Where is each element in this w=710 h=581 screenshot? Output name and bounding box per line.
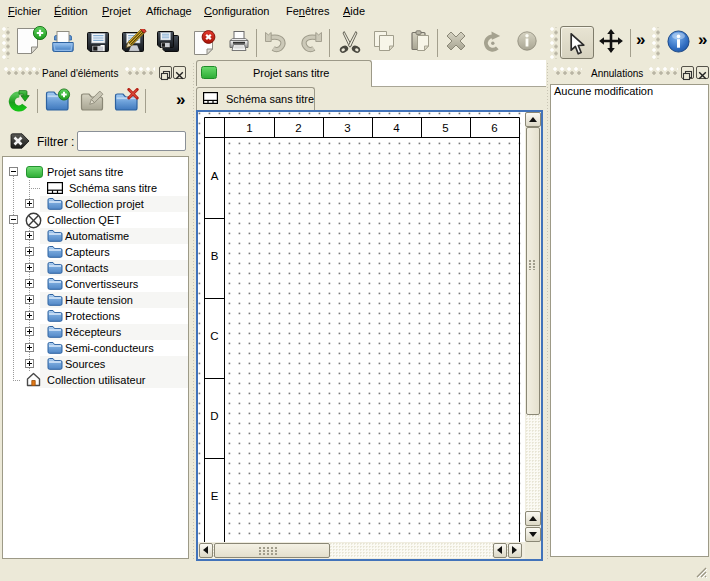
svg-text:D: D bbox=[210, 410, 218, 422]
svg-text:1: 1 bbox=[246, 122, 252, 134]
svg-text:B: B bbox=[211, 250, 219, 262]
svg-text:6: 6 bbox=[491, 122, 497, 134]
svg-text:4: 4 bbox=[393, 122, 400, 134]
svg-text:3: 3 bbox=[344, 122, 350, 134]
svg-text:5: 5 bbox=[442, 122, 448, 134]
svg-text:C: C bbox=[210, 330, 218, 342]
svg-text:2: 2 bbox=[295, 122, 301, 134]
svg-text:A: A bbox=[211, 170, 219, 182]
svg-text:E: E bbox=[211, 490, 219, 502]
